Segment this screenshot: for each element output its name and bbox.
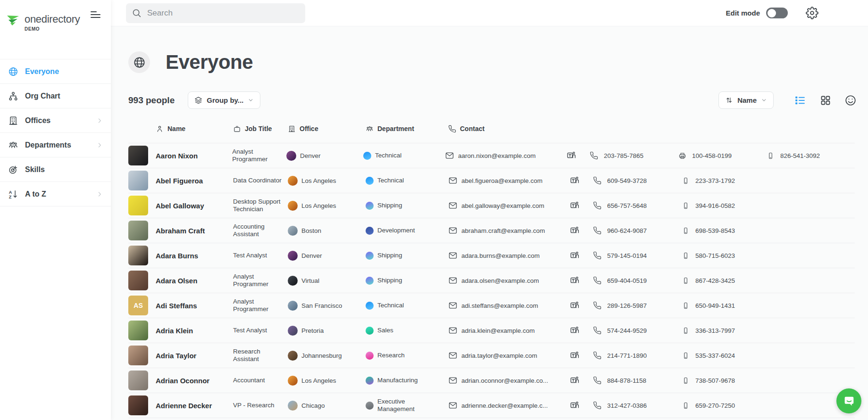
person-name: Adria Klein [156, 327, 233, 335]
contact-mobile[interactable]: 580-715-6023 [682, 252, 770, 260]
table-row[interactable]: Adara Burns Test Analyst Denver Shipping… [128, 243, 855, 268]
contact-email[interactable]: adria.klein@example.com [448, 326, 569, 335]
contact-email[interactable]: adria.taylor@example.com [448, 351, 569, 360]
office-photo [288, 376, 298, 386]
table-row[interactable]: Abel Figueroa Data Coordinator Los Angel… [128, 168, 855, 193]
contact-mobile[interactable]: 659-270-7250 [682, 402, 770, 410]
table-row[interactable]: Adrian Oconnor Accountant Los Angeles Ma… [128, 368, 855, 393]
contact-phone[interactable]: 659-404-0519 [593, 276, 682, 285]
contact-phone[interactable]: 656-757-5648 [593, 201, 682, 210]
contact-email[interactable]: adi.steffans@example.com [448, 301, 569, 310]
column-header-job-title[interactable]: Job Title [233, 125, 288, 133]
table-row[interactable]: AS Adi Steffans Analyst Programmer San F… [128, 293, 855, 318]
teams-link[interactable] [569, 325, 593, 336]
teams-icon [569, 350, 580, 361]
contact-mobile[interactable]: 394-916-0582 [682, 202, 770, 210]
menu-toggle-icon[interactable] [91, 9, 100, 20]
contact-email[interactable]: abraham.craft@example.com [448, 226, 569, 235]
office-cell: San Francisco [288, 301, 366, 311]
contact-email[interactable]: adara.olsen@example.com [448, 276, 569, 285]
column-header-contact[interactable]: Contact [448, 125, 855, 133]
sidebar-item-everyone[interactable]: Everyone [0, 59, 111, 83]
table-row[interactable]: Adria Taylor Research Assistant Johannes… [128, 343, 855, 368]
contact-phone[interactable]: 579-145-0194 [593, 251, 682, 260]
column-label: Office [300, 125, 318, 132]
smiley-view-icon[interactable] [844, 94, 857, 107]
teams-link[interactable] [569, 175, 593, 186]
contact-phone[interactable]: 214-771-1890 [593, 351, 682, 360]
contact-mobile[interactable]: 867-428-3425 [682, 277, 770, 285]
search-input[interactable] [146, 8, 300, 18]
sidebar-item-a-to-z[interactable]: AZ A to Z [0, 181, 111, 206]
chat-launcher-button[interactable] [836, 388, 861, 413]
group-by-button[interactable]: Group by... [188, 91, 260, 109]
teams-link[interactable] [569, 225, 593, 236]
contact-mobile[interactable]: 336-313-7997 [682, 327, 770, 335]
sidebar-item-org-chart[interactable]: Org Chart [0, 83, 111, 108]
contact-email[interactable]: adara.burns@example.com [448, 251, 569, 260]
contact-phone[interactable]: 289-126-5987 [593, 301, 682, 310]
contact-phone[interactable]: 203-785-7865 [590, 151, 678, 160]
office-photo [288, 176, 298, 186]
contact-phone[interactable]: 609-549-3728 [593, 176, 682, 185]
column-header-department[interactable]: Department [366, 125, 448, 133]
contact-email[interactable]: adrian.oconnor@example.co... [448, 376, 569, 385]
sort-button[interactable]: Name [718, 91, 774, 109]
teams-link[interactable] [569, 250, 593, 261]
teams-link[interactable] [569, 350, 593, 361]
office-photo [286, 151, 296, 161]
teams-link[interactable] [569, 400, 593, 411]
table-row[interactable]: Adrienne Decker VP - Research Chicago Ex… [128, 393, 855, 418]
contact-fax[interactable]: 100-458-0199 [678, 152, 767, 160]
contact-mobile[interactable]: 826-541-3092 [767, 152, 855, 160]
contact-email[interactable]: aaron.nixon@example.com [445, 151, 566, 160]
list-view-icon[interactable] [794, 94, 806, 106]
teams-link[interactable] [569, 200, 593, 211]
contact-email[interactable]: adrienne.decker@example.c... [448, 401, 569, 410]
layers-icon [194, 96, 202, 104]
teams-link[interactable] [569, 375, 593, 386]
sort-label: Name [737, 96, 757, 104]
contact-mobile[interactable]: 650-949-1431 [682, 302, 770, 310]
table-row[interactable]: Adara Olsen Analyst Programmer Virtual S… [128, 268, 855, 293]
department-name: Shipping [377, 202, 402, 209]
contact-email[interactable]: abel.figueroa@example.com [448, 176, 569, 185]
edit-mode-toggle[interactable] [766, 8, 788, 18]
contact-phone[interactable]: 884-878-1158 [593, 376, 682, 385]
email-text: adrienne.decker@example.c... [461, 402, 548, 409]
department-name: Manufacturing [377, 377, 418, 384]
teams-link[interactable] [566, 150, 590, 161]
search-box[interactable] [126, 3, 305, 23]
office-name: Virtual [301, 277, 319, 284]
table-row[interactable]: Abel Galloway Desktop Support Technician… [128, 193, 855, 218]
sidebar-item-skills[interactable]: Skills [0, 157, 111, 181]
office-photo [288, 401, 298, 411]
contact-phone[interactable]: 574-244-9529 [593, 326, 682, 335]
column-header-name[interactable]: Name [156, 125, 233, 133]
table-row[interactable]: Abraham Craft Accounting Assistant Bosto… [128, 218, 855, 243]
contact-mobile[interactable]: 535-337-6024 [682, 352, 770, 360]
sidebar-item-departments[interactable]: Departments [0, 132, 111, 157]
mobile-icon [682, 327, 690, 335]
teams-link[interactable] [569, 300, 593, 311]
teams-link[interactable] [569, 275, 593, 286]
department-cell: Shipping [366, 202, 448, 210]
contact-mobile[interactable]: 738-507-9678 [682, 377, 770, 385]
table-row[interactable]: Aaron Nixon Analyst Programmer Denver Te… [128, 143, 855, 168]
column-header-office[interactable]: Office [288, 125, 366, 133]
contact-mobile[interactable]: 223-373-1792 [682, 177, 770, 185]
contact-phone[interactable]: 312-427-0386 [593, 401, 682, 410]
sidebar-item-offices[interactable]: Offices [0, 108, 111, 132]
contact-phone[interactable]: 960-624-9087 [593, 226, 682, 235]
person-name: Abel Figueroa [156, 177, 233, 185]
phone-icon [590, 151, 598, 160]
table-row[interactable]: Adria Klein Test Analyst Pretoria Sales … [128, 318, 855, 343]
contact-mobile[interactable]: 698-539-8543 [682, 227, 770, 235]
settings-gear-icon[interactable] [806, 7, 818, 19]
sort-arrows-icon [725, 96, 733, 104]
person-name: Adara Olsen [156, 277, 233, 285]
mobile-icon [682, 277, 690, 285]
contact-email[interactable]: abel.galloway@example.com [448, 201, 569, 210]
grid-view-icon[interactable] [820, 95, 831, 106]
table-row-partial[interactable] [128, 418, 855, 420]
